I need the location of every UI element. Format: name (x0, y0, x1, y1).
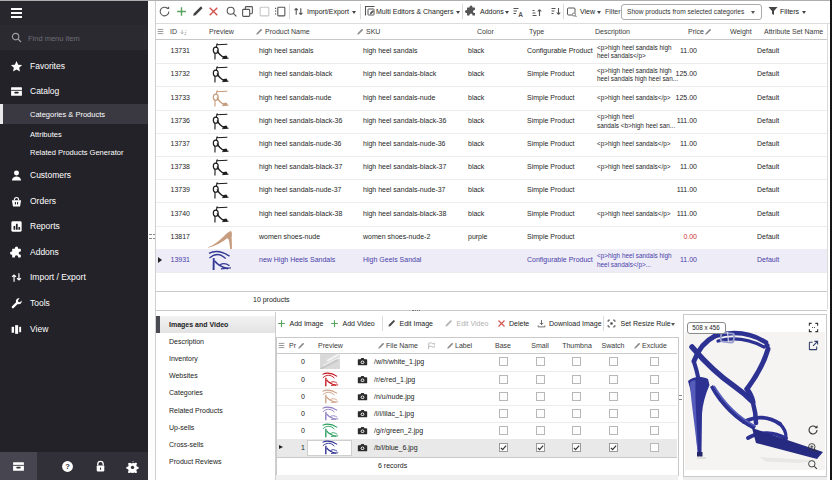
svg-text:A: A (518, 11, 523, 18)
svg-text:?: ? (65, 462, 70, 471)
